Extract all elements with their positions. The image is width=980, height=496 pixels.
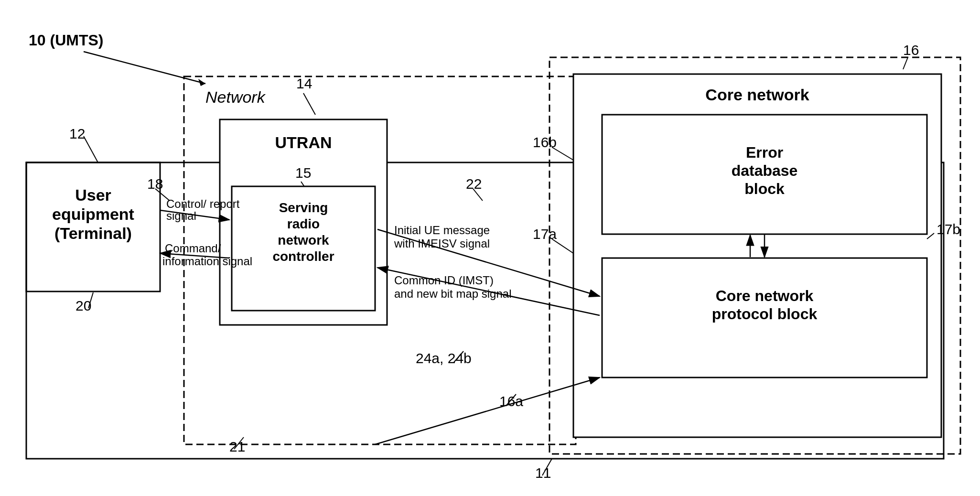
label-14: 14 xyxy=(296,75,312,91)
user-equipment-label: User xyxy=(75,186,111,204)
utran-label: UTRAN xyxy=(275,133,332,151)
error-db-label2: database xyxy=(732,162,798,179)
serving-label1: Serving xyxy=(279,200,328,215)
initial-ue-label1: Initial UE message xyxy=(394,224,490,237)
diagram: 10 (UMTS) 12 User equipment (Terminal) 2… xyxy=(0,0,980,496)
label-15: 15 xyxy=(295,165,311,181)
command-info-label: Command/ xyxy=(165,242,221,255)
common-id-label2: and new bit map signal xyxy=(394,287,511,300)
error-db-label3: block xyxy=(744,180,785,197)
control-report-label2: signal xyxy=(166,209,196,222)
label-24ab: 24a, 24b xyxy=(416,350,472,366)
label-16: 16 xyxy=(903,42,919,58)
user-equipment-label3: (Terminal) xyxy=(54,224,132,242)
serving-label2: radio xyxy=(287,216,320,231)
label-11: 11 xyxy=(535,465,551,481)
user-equipment-label2: equipment xyxy=(52,205,134,223)
common-id-label1: Common ID (IMST) xyxy=(394,274,494,287)
serving-label3: network xyxy=(278,233,329,248)
error-db-label1: Error xyxy=(746,144,783,161)
core-protocol-label1: Core network xyxy=(716,287,814,304)
command-info-label2: information signal xyxy=(162,255,252,268)
control-report-label: Control/ report xyxy=(166,197,240,210)
initial-ue-label2: with IMEISV signal xyxy=(394,237,490,250)
label-17b: 17b xyxy=(937,221,960,237)
network-label: Network xyxy=(205,88,266,106)
core-network-label: Core network xyxy=(705,86,809,104)
serving-label4: controller xyxy=(272,249,334,264)
umts-label: 10 (UMTS) xyxy=(29,32,103,49)
core-protocol-label2: protocol block xyxy=(712,305,818,323)
label-21: 21 xyxy=(229,439,245,454)
label-12: 12 xyxy=(69,126,85,141)
label-18: 18 xyxy=(147,176,163,192)
